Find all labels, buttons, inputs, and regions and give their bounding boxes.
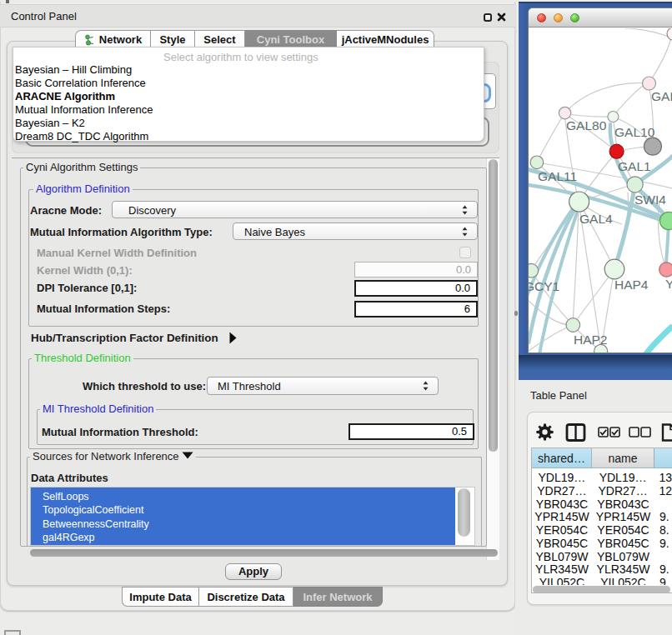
svg-text:GCY1: GCY1 <box>529 279 559 293</box>
svg-text:HAP2: HAP2 <box>574 332 608 347</box>
svg-text:GAL4: GAL4 <box>579 212 613 226</box>
svg-text:GAL80: GAL80 <box>566 118 607 132</box>
svg-text:Y: Y <box>665 277 672 291</box>
svg-text:GAL1: GAL1 <box>618 159 651 173</box>
svg-text:GAL7: GAL7 <box>651 89 672 103</box>
svg-text:GAL11: GAL11 <box>538 169 577 183</box>
svg-text:SWI4: SWI4 <box>634 192 666 207</box>
svg-text:GAL10: GAL10 <box>614 125 655 139</box>
svg-text:HAP4: HAP4 <box>614 278 649 292</box>
